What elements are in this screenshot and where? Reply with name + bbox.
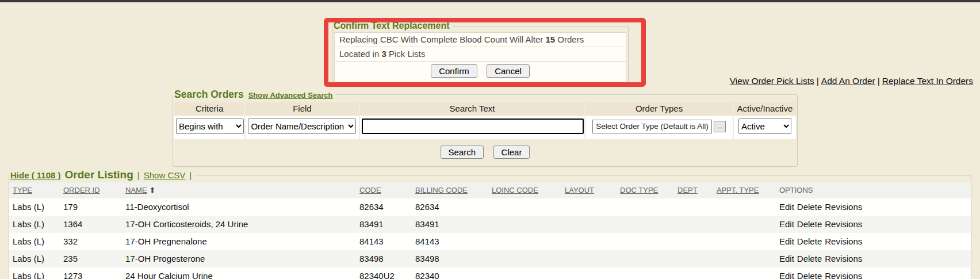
edit-link[interactable]: Edit [779, 254, 794, 263]
col-type: TYPE [9, 182, 60, 198]
confirm-dialog-title: Confirm Text Replacement [332, 21, 453, 31]
delete-link[interactable]: Delete [797, 271, 822, 279]
col-layout: LAYOUT [561, 182, 617, 198]
cell-dept [674, 267, 713, 279]
col-name: NAME⬆ [122, 182, 356, 198]
orders-count: 15 [545, 35, 555, 44]
active-inactive-header: Active/Inactive [734, 102, 796, 115]
search-orders-legend: Search Orders Show Advanced Search [173, 89, 336, 101]
cell-name: 17-OH Corticosteroids, 24 Urine [122, 216, 356, 233]
page: Confirm Text Replacement Replacing CBC W… [0, 0, 980, 279]
cell-order-id: 235 [60, 250, 122, 267]
nav-separator: | [817, 76, 819, 86]
billing-code-sort-link[interactable]: BILLING CODE [415, 186, 468, 194]
cell-layout [561, 216, 617, 233]
revisions-link[interactable]: Revisions [825, 254, 862, 263]
col-options: OPTIONS [776, 182, 971, 198]
cell-appt-type [713, 267, 776, 279]
name-sort-link[interactable]: NAME [125, 186, 147, 194]
order-types-header: Order Types [585, 102, 732, 115]
cell-doc-type [617, 267, 674, 279]
search-form-table: Criteria Field Search Text Order Types A… [173, 101, 797, 140]
criteria-cell: Begins with [174, 116, 244, 139]
loinc-code-sort-link[interactable]: LOINC CODE [492, 186, 538, 194]
edit-link[interactable]: Edit [779, 202, 794, 212]
clear-button[interactable]: Clear [493, 146, 530, 159]
table-row: Labs (L) 332 17-OH Pregnenalone 84143 84… [9, 233, 971, 250]
replace-text-in-orders-link[interactable]: Replace Text In Orders [882, 76, 973, 86]
order-type-value[interactable]: Select Order Type (Default is All) [592, 120, 712, 133]
field-select[interactable]: Order Name/Description [248, 119, 356, 134]
cell-dept [674, 250, 713, 267]
dept-sort-link[interactable]: DEPT [677, 186, 698, 194]
cancel-button[interactable]: Cancel [487, 64, 530, 78]
order-listing-title: Order Listing [65, 169, 133, 181]
order-types-cell: Select Order Type (Default is All) ... [585, 116, 732, 139]
table-row: Labs (L) 1364 17-OH Corticosteroids, 24 … [9, 216, 971, 233]
cell-loinc-code [488, 267, 561, 279]
cell-options: EditDeleteRevisions [776, 198, 971, 216]
add-an-order-link[interactable]: Add An Order [821, 76, 875, 86]
cell-doc-type [617, 233, 674, 250]
edit-link[interactable]: Edit [779, 236, 794, 246]
appt-type-sort-link[interactable]: APPT. TYPE [717, 186, 759, 194]
order-type-browse-button[interactable]: ... [714, 121, 726, 132]
cell-appt-type [713, 250, 776, 267]
revisions-link[interactable]: Revisions [825, 219, 862, 229]
hide-count-link[interactable]: Hide ( 1108 ) [10, 170, 61, 180]
search-buttons-row: Search Clear [173, 140, 797, 166]
search-text-header: Search Text [360, 102, 585, 115]
message-text: Located in [339, 49, 381, 59]
cell-appt-type [713, 198, 776, 216]
top-nav-links: View Order Pick Lists|Add An Order|Repla… [730, 76, 973, 86]
delete-link[interactable]: Delete [797, 254, 822, 263]
doc-type-sort-link[interactable]: DOC TYPE [620, 186, 658, 194]
order-type-picker: Select Order Type (Default is All) ... [592, 120, 726, 133]
cell-type: Labs (L) [9, 233, 60, 250]
layout-sort-link[interactable]: LAYOUT [565, 186, 594, 194]
cell-code: 84143 [356, 233, 412, 250]
revisions-link[interactable]: Revisions [825, 202, 862, 212]
col-loinc-code: LOINC CODE [488, 182, 561, 198]
show-csv-link[interactable]: Show CSV [144, 170, 186, 180]
confirm-button[interactable]: Confirm [431, 64, 477, 78]
search-text-cell [360, 116, 585, 139]
order-listing-table: TYPE ORDER ID NAME⬆ CODE BILLING CODE LO… [9, 182, 971, 279]
delete-link[interactable]: Delete [797, 219, 822, 229]
search-text-input[interactable] [362, 119, 584, 134]
cell-order-id: 332 [60, 233, 122, 250]
cell-order-id: 179 [60, 198, 122, 216]
message-text: Replacing CBC With Complete Blood Count … [339, 35, 545, 44]
cell-type: Labs (L) [9, 250, 60, 267]
active-inactive-cell: Active [734, 116, 796, 139]
cell-type: Labs (L) [9, 198, 60, 216]
cell-billing-code: 82634 [412, 198, 488, 216]
cell-billing-code: 84143 [412, 233, 488, 250]
confirm-dialog-body: Replacing CBC With Complete Blood Count … [334, 32, 626, 82]
table-row: Labs (L) 179 11-Deoxycortisol 82634 8263… [9, 198, 971, 216]
cell-options: EditDeleteRevisions [776, 216, 971, 233]
search-button[interactable]: Search [441, 146, 484, 159]
cell-loinc-code [488, 233, 561, 250]
revisions-link[interactable]: Revisions [825, 236, 862, 246]
cell-type: Labs (L) [9, 267, 60, 279]
edit-link[interactable]: Edit [779, 219, 794, 229]
order-id-sort-link[interactable]: ORDER ID [63, 186, 100, 194]
col-order-id: ORDER ID [60, 182, 122, 198]
table-row: Labs (L) 235 17-OH Progesterone 83498 83… [9, 250, 971, 267]
pick-lists-count: 3 [381, 49, 386, 59]
code-sort-link[interactable]: CODE [359, 186, 381, 194]
view-order-pick-lists-link[interactable]: View Order Pick Lists [730, 76, 814, 86]
cell-name: 17-OH Progesterone [122, 250, 356, 267]
edit-link[interactable]: Edit [779, 271, 794, 279]
col-billing-code: BILLING CODE [412, 182, 488, 198]
type-sort-link[interactable]: TYPE [13, 186, 32, 194]
cell-doc-type [617, 198, 674, 216]
delete-link[interactable]: Delete [797, 236, 822, 246]
revisions-link[interactable]: Revisions [825, 271, 862, 279]
criteria-select[interactable]: Begins with [176, 119, 244, 134]
cell-code: 83498 [356, 250, 412, 267]
delete-link[interactable]: Delete [797, 202, 822, 212]
show-advanced-search-link[interactable]: Show Advanced Search [248, 91, 333, 100]
active-inactive-select[interactable]: Active [738, 119, 791, 134]
